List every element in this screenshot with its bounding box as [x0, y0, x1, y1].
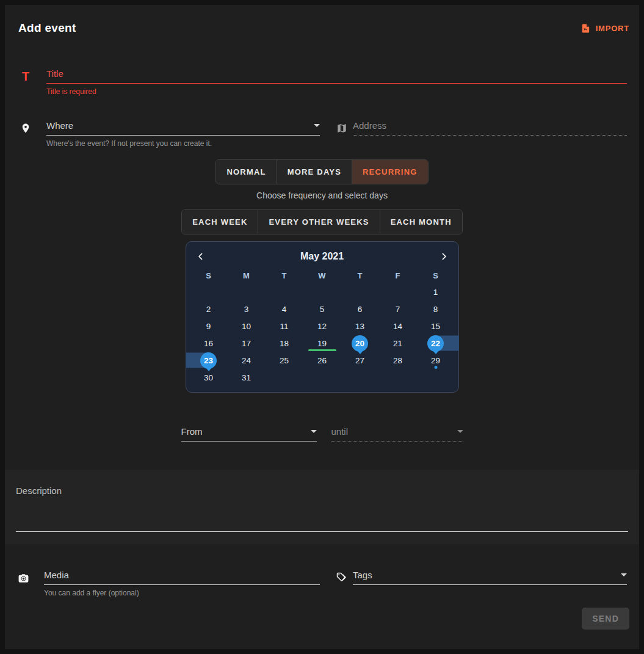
- calendar-day[interactable]: 19: [303, 335, 341, 352]
- calendar-day[interactable]: 25: [266, 352, 303, 369]
- calendar-day-empty: [266, 283, 303, 300]
- day-number: 31: [242, 373, 251, 382]
- calendar-day-empty: [190, 283, 228, 300]
- calendar-day[interactable]: 2: [190, 300, 228, 318]
- media-input[interactable]: Media: [44, 570, 320, 585]
- calendar-day[interactable]: 20: [341, 335, 379, 352]
- calendar-grid: SMTWTFS123456789101112131415161718192021…: [190, 267, 455, 386]
- from-select[interactable]: From: [181, 426, 317, 441]
- calendar-dow: W: [303, 267, 341, 283]
- calendar-day[interactable]: 8: [417, 300, 455, 318]
- address-input[interactable]: Address: [353, 120, 627, 136]
- calendar-day[interactable]: 31: [228, 369, 266, 386]
- calendar-day[interactable]: 29: [417, 352, 455, 369]
- tab-normal[interactable]: NORMAL: [216, 160, 276, 184]
- title-placeholder: Title: [46, 68, 63, 79]
- calendar-day-empty: [341, 283, 379, 300]
- tags-field-block: Tags: [335, 570, 627, 597]
- title-input[interactable]: Title: [46, 68, 627, 84]
- calendar-day[interactable]: 7: [379, 300, 417, 318]
- day-number: 30: [204, 373, 213, 382]
- chevron-right-icon: [436, 249, 451, 264]
- where-helper: Where's the event? If not present you ca…: [46, 139, 320, 148]
- tab-recurring[interactable]: RECURRING: [352, 160, 428, 184]
- calendar-day[interactable]: 9: [190, 318, 228, 335]
- page-title: Add event: [18, 21, 76, 35]
- calendar-day[interactable]: 4: [266, 300, 303, 318]
- chevron-left-icon: [194, 249, 208, 264]
- calendar-day[interactable]: 1: [417, 283, 455, 300]
- day-number: 7: [396, 305, 400, 314]
- day-number: 9: [206, 322, 211, 331]
- calendar-day-empty: [228, 283, 266, 300]
- frequency-caption: Choose frequency and select days: [5, 191, 639, 200]
- media-field-block: Media You can add a flyer (optional): [16, 570, 320, 597]
- description-textarea[interactable]: [16, 496, 628, 531]
- calendar-day[interactable]: 22: [417, 335, 455, 352]
- calendar-day[interactable]: 18: [266, 335, 303, 352]
- address-placeholder: Address: [353, 120, 386, 131]
- tab-each-month[interactable]: EACH MONTH: [380, 210, 462, 234]
- calendar-day-empty: [266, 369, 303, 386]
- selected-day-marker: 22: [427, 335, 444, 352]
- calendar-day[interactable]: 14: [379, 318, 417, 335]
- event-type-tabs: NORMAL MORE DAYS RECURRING: [5, 159, 639, 184]
- calendar-day[interactable]: 28: [379, 352, 417, 369]
- calendar-day[interactable]: 23: [190, 352, 228, 369]
- calendar-month-label: May 2021: [212, 251, 433, 262]
- selected-day-marker: 20: [352, 335, 368, 352]
- calendar-day[interactable]: 26: [303, 352, 341, 369]
- add-event-dialog: Add event IMPORT T Title: [5, 5, 639, 649]
- calendar-dow: T: [266, 267, 303, 283]
- where-select[interactable]: Where: [46, 120, 320, 136]
- calendar-day[interactable]: 27: [341, 352, 379, 369]
- day-number: 17: [242, 339, 251, 348]
- calendar-day[interactable]: 11: [266, 318, 303, 335]
- day-number: 6: [358, 305, 363, 314]
- frequency-tabs: EACH WEEK EVERY OTHER WEEKS EACH MONTH: [5, 209, 639, 234]
- calendar-day[interactable]: 12: [303, 318, 341, 335]
- import-button[interactable]: IMPORT: [579, 21, 629, 35]
- map-icon: [335, 121, 349, 136]
- day-number: 2: [206, 305, 211, 314]
- calendar-day[interactable]: 15: [417, 318, 455, 335]
- tags-select[interactable]: Tags: [353, 570, 627, 585]
- calendar-day-empty: [417, 369, 455, 386]
- import-label: IMPORT: [596, 24, 629, 33]
- tab-every-other-weeks[interactable]: EVERY OTHER WEEKS: [258, 210, 379, 234]
- calendar-day[interactable]: 13: [341, 318, 379, 335]
- prev-month-button[interactable]: [190, 248, 212, 265]
- calendar-day[interactable]: 6: [341, 300, 379, 318]
- next-month-button[interactable]: [433, 248, 455, 265]
- selected-day-marker: 23: [200, 352, 217, 369]
- calendar-day[interactable]: 10: [228, 318, 266, 335]
- send-row: SEND: [5, 608, 629, 630]
- where-placeholder: Where: [46, 120, 73, 131]
- calendar-day[interactable]: 24: [228, 352, 266, 369]
- description-underline: [16, 531, 628, 532]
- title-error: Title is required: [46, 87, 627, 96]
- calendar-dow: T: [341, 267, 379, 283]
- calendar-day[interactable]: 5: [303, 300, 341, 318]
- media-helper: You can add a flyer (optional): [44, 589, 320, 597]
- day-number: 11: [280, 322, 288, 331]
- until-placeholder: until: [331, 426, 349, 437]
- until-select[interactable]: until: [331, 426, 463, 441]
- day-number: 10: [242, 322, 251, 331]
- calendar-day[interactable]: 16: [190, 335, 228, 352]
- tab-each-week[interactable]: EACH WEEK: [182, 210, 258, 234]
- title-icon: T: [18, 69, 33, 84]
- calendar-day[interactable]: 21: [379, 335, 417, 352]
- day-number: 13: [355, 322, 364, 331]
- tab-more-days[interactable]: MORE DAYS: [277, 160, 352, 184]
- day-number: 24: [242, 356, 251, 365]
- calendar-day[interactable]: 3: [228, 300, 266, 318]
- calendar-day[interactable]: 17: [228, 335, 266, 352]
- day-number: 15: [431, 322, 440, 331]
- description-label: Description: [16, 485, 628, 496]
- calendar-day[interactable]: 30: [190, 369, 228, 386]
- chevron-down-icon: [314, 124, 320, 127]
- day-number: 19: [317, 339, 327, 348]
- send-button[interactable]: SEND: [582, 608, 629, 630]
- where-field-block: Where Where's the event? If not present …: [18, 120, 320, 148]
